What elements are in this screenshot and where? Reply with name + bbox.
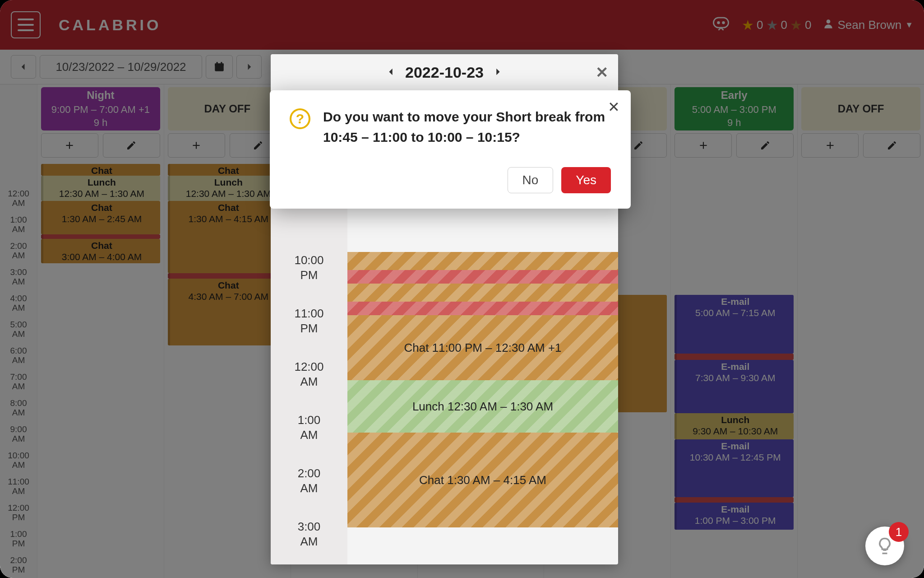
modal-no-button[interactable]: No <box>508 167 554 193</box>
hint-badge-count: 1 <box>889 522 909 542</box>
hint-bulb-button[interactable]: 1 <box>865 527 904 565</box>
app-root: CALABRIO ★ 0 ★ 0 ★ 0 <box>0 0 924 578</box>
panel-header: 2022-10-23 ✕ <box>271 54 618 90</box>
panel-prev-day-button[interactable] <box>386 65 396 80</box>
panel-event[interactable] <box>347 270 618 284</box>
panel-event[interactable] <box>347 302 618 315</box>
panel-event[interactable]: Chat 11:00 PM – 12:30 AM +1 <box>347 315 618 380</box>
panel-time-label: 10:00PM <box>271 253 347 306</box>
panel-event[interactable] <box>347 252 618 270</box>
confirm-modal: ✕ ? Do you want to move your Short break… <box>270 90 631 209</box>
panel-time-label: 3:00AM <box>271 519 347 564</box>
panel-date: 2022-10-23 <box>405 64 484 81</box>
panel-time-label: 12:00AM <box>271 359 347 413</box>
question-icon: ? <box>290 108 310 129</box>
panel-close-button[interactable]: ✕ <box>596 63 608 81</box>
modal-yes-button[interactable]: Yes <box>561 167 611 193</box>
panel-event[interactable] <box>347 284 618 302</box>
modal-close-button[interactable]: ✕ <box>608 98 620 116</box>
panel-event[interactable]: Chat 1:30 AM – 4:15 AM <box>347 433 618 527</box>
panel-time-label: 11:00PM <box>271 306 347 359</box>
panel-event[interactable]: Lunch 12:30 AM – 1:30 AM <box>347 380 618 433</box>
panel-time-label: 1:00AM <box>271 413 347 466</box>
modal-message: Do you want to move your Short break fro… <box>323 107 611 147</box>
panel-time-label: 2:00AM <box>271 466 347 519</box>
panel-next-day-button[interactable] <box>493 65 503 80</box>
